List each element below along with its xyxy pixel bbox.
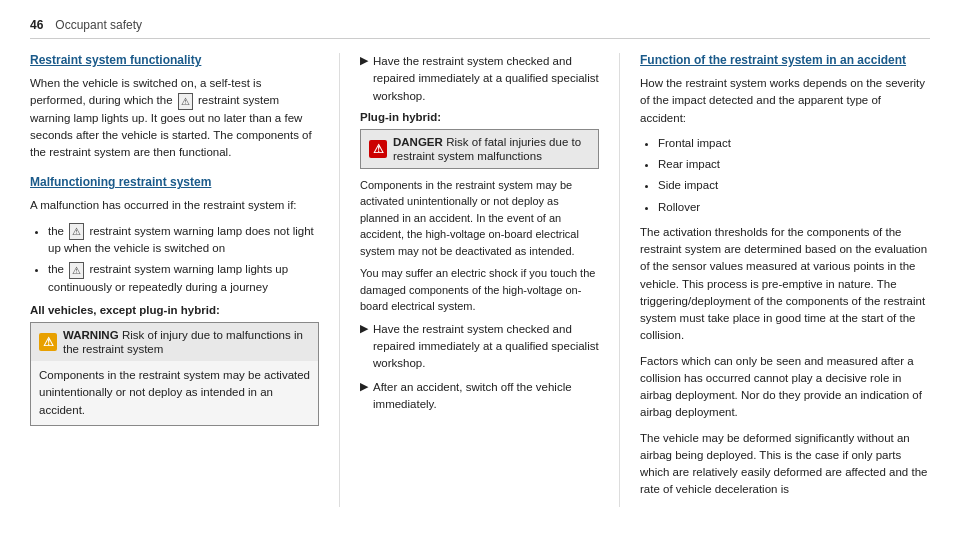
impact-frontal: Frontal impact xyxy=(658,135,930,152)
bullet-1: the ⚠ restraint system warning lamp does… xyxy=(48,223,319,258)
arrow-text-2: Have the restraint system checked and re… xyxy=(373,321,599,373)
section-malfunctioning: Malfunctioning restraint system A malfun… xyxy=(30,175,319,425)
section1-body: When the vehicle is switched on, a self-… xyxy=(30,75,319,161)
section-restraint-functionality: Restraint system functionality When the … xyxy=(30,53,319,161)
danger-triangle-icon: ⚠ xyxy=(369,140,387,158)
danger-body: Components in the restraint system may b… xyxy=(360,177,599,260)
warn-icon-2: ⚠ xyxy=(69,262,84,279)
section2-intro: A malfunction has occurred in the restra… xyxy=(30,197,319,214)
right-section-heading: Function of the restraint system in an a… xyxy=(640,53,930,67)
warning-header: ⚠ WARNING Risk of injury due to malfunct… xyxy=(31,323,318,361)
warning-triangle-icon: ⚠ xyxy=(39,333,57,351)
content-columns: Restraint system functionality When the … xyxy=(30,53,930,507)
arrow-text-3: After an accident, switch off the vehicl… xyxy=(373,379,599,414)
restraint-icon: ⚠ xyxy=(178,93,193,110)
all-vehicles-subheading: All vehicles, except plug-in hybrid: xyxy=(30,304,319,316)
warning-box-all-vehicles: ⚠ WARNING Risk of injury due to malfunct… xyxy=(30,322,319,426)
page-header: 46 Occupant safety xyxy=(30,18,930,39)
right-intro: How the restraint system works depends o… xyxy=(640,75,930,127)
col-middle: ▶ Have the restraint system checked and … xyxy=(340,53,620,507)
bullet-2: the ⚠ restraint system warning lamp ligh… xyxy=(48,261,319,296)
impact-side: Side impact xyxy=(658,177,930,194)
danger-header: ⚠ DANGER Risk of fatal injuries due to r… xyxy=(361,130,598,168)
col-left: Restraint system functionality When the … xyxy=(30,53,340,507)
arrow-icon-1: ▶ xyxy=(360,54,368,67)
warning-body-text: Components in the restraint system may b… xyxy=(31,361,318,425)
impact-rollover: Rollover xyxy=(658,199,930,216)
warn-icon-1: ⚠ xyxy=(69,223,84,240)
right-para3: The vehicle may be deformed significantl… xyxy=(640,430,930,499)
plugin-hybrid-subheading: Plug-in hybrid: xyxy=(360,111,599,123)
right-para2: Factors which can only be seen and measu… xyxy=(640,353,930,422)
right-para1: The activation thresholds for the compon… xyxy=(640,224,930,345)
page-number: 46 xyxy=(30,18,43,32)
page-title: Occupant safety xyxy=(55,18,142,32)
section1-heading: Restraint system functionality xyxy=(30,53,319,67)
section2-heading: Malfunctioning restraint system xyxy=(30,175,319,189)
arrow-item-2: ▶ Have the restraint system checked and … xyxy=(360,321,599,373)
col-right: Function of the restraint system in an a… xyxy=(620,53,930,507)
malfunction-bullets: the ⚠ restraint system warning lamp does… xyxy=(30,223,319,296)
impact-rear: Rear impact xyxy=(658,156,930,173)
arrow-item-1: ▶ Have the restraint system checked and … xyxy=(360,53,599,105)
page-container: 46 Occupant safety Restraint system func… xyxy=(0,0,960,525)
arrow-icon-2: ▶ xyxy=(360,322,368,335)
impact-types-list: Frontal impact Rear impact Side impact R… xyxy=(640,135,930,216)
arrow-icon-3: ▶ xyxy=(360,380,368,393)
electric-shock-text: You may suffer an electric shock if you … xyxy=(360,265,599,315)
danger-label-group: DANGER Risk of fatal injuries due to res… xyxy=(393,135,590,163)
danger-box-plugin: ⚠ DANGER Risk of fatal injuries due to r… xyxy=(360,129,599,169)
arrow-item-3: ▶ After an accident, switch off the vehi… xyxy=(360,379,599,414)
arrow-text-1: Have the restraint system checked and re… xyxy=(373,53,599,105)
warning-label: WARNING Risk of injury due to malfunctio… xyxy=(63,328,310,356)
